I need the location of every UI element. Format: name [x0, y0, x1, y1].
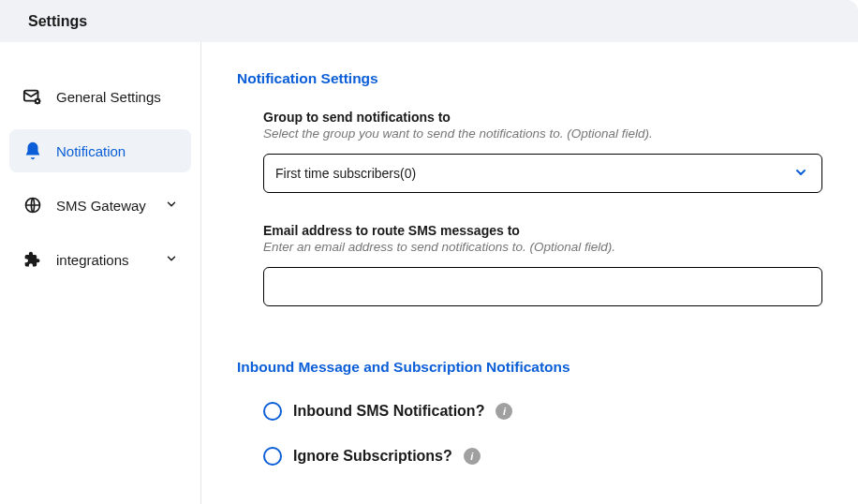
group-select-value: First time subscribers(0) — [275, 166, 416, 181]
container: General Settings Notification SMS Gatewa… — [0, 42, 858, 504]
group-field-label: Group to send notifications to — [263, 110, 822, 125]
radio-inbound-sms[interactable] — [263, 402, 282, 421]
section-title-inbound: Inbound Message and Subscription Notific… — [237, 359, 822, 376]
puzzle-icon — [22, 249, 43, 270]
info-icon[interactable]: i — [464, 448, 481, 465]
sidebar: General Settings Notification SMS Gatewa… — [0, 42, 201, 504]
email-input[interactable] — [263, 267, 822, 306]
email-field-help: Enter an email address to send notificat… — [263, 240, 822, 254]
group-select[interactable]: First time subscribers(0) — [263, 154, 822, 193]
option-ignore-subscriptions: Ignore Subscriptions? i — [263, 447, 822, 466]
option-label: Inbound SMS Notification? — [293, 403, 484, 420]
section-inbound: Inbound Message and Subscription Notific… — [237, 359, 822, 466]
sidebar-item-integrations[interactable]: integrations — [9, 238, 191, 281]
chevron-down-icon — [165, 252, 178, 268]
field-group: Group to send notifications to Select th… — [263, 110, 822, 193]
chevron-down-icon — [793, 165, 808, 183]
main-content: Notification Settings Group to send noti… — [201, 42, 858, 504]
email-field-label: Email address to route SMS messages to — [263, 223, 822, 238]
header: Settings — [0, 0, 858, 42]
group-field-help: Select the group you want to send the no… — [263, 126, 822, 141]
section-title-notification: Notification Settings — [237, 70, 822, 87]
sidebar-item-general[interactable]: General Settings — [9, 75, 191, 118]
globe-icon — [22, 195, 43, 215]
sidebar-item-label: General Settings — [56, 89, 178, 105]
sidebar-item-notification[interactable]: Notification — [9, 129, 191, 172]
sidebar-item-sms-gateway[interactable]: SMS Gateway — [9, 184, 191, 227]
bell-icon — [22, 141, 43, 161]
sidebar-item-label: integrations — [56, 252, 155, 268]
radio-ignore-subscriptions[interactable] — [263, 447, 282, 466]
mail-gear-icon — [22, 86, 43, 107]
field-email: Email address to route SMS messages to E… — [263, 223, 822, 306]
option-inbound-sms: Inbound SMS Notification? i — [263, 402, 822, 421]
chevron-down-icon — [165, 198, 178, 214]
sidebar-item-label: SMS Gateway — [56, 198, 155, 214]
page-title: Settings — [28, 13, 87, 30]
info-icon[interactable]: i — [496, 403, 512, 420]
option-label: Ignore Subscriptions? — [293, 448, 452, 465]
sidebar-item-label: Notification — [56, 143, 178, 159]
